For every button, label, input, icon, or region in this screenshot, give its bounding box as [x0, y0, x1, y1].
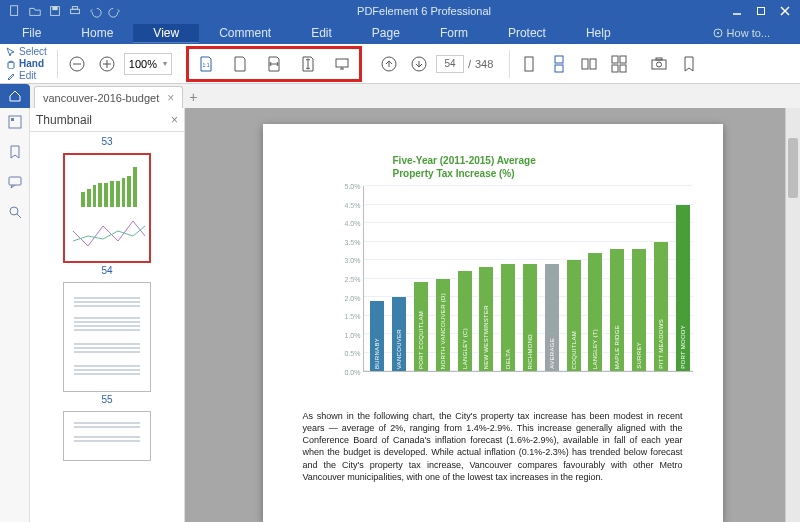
document-viewport[interactable]: Five-Year (2011-2015) Average Property T…	[185, 108, 800, 522]
fit-window-button[interactable]	[227, 51, 253, 77]
scrollbar-thumb[interactable]	[788, 138, 798, 198]
open-file-icon[interactable]	[28, 4, 42, 18]
actual-size-button[interactable]: 1:1	[193, 51, 219, 77]
prev-page-button[interactable]	[376, 51, 402, 77]
svg-point-34	[657, 62, 662, 67]
comment-panel-icon[interactable]	[7, 174, 23, 190]
svg-point-10	[717, 32, 719, 34]
svg-rect-36	[9, 116, 21, 128]
menu-form[interactable]: Form	[420, 24, 488, 42]
next-page-button[interactable]	[406, 51, 432, 77]
body-paragraph: As shown in the following chart, the Cit…	[303, 410, 683, 483]
app-title: PDFelement 6 Professional	[122, 5, 726, 17]
bookmark-panel-icon[interactable]	[7, 144, 23, 160]
zoom-level-select[interactable]: 100%▾	[124, 53, 172, 75]
edit-tool[interactable]: Edit	[6, 70, 47, 81]
hand-tool[interactable]: Hand	[6, 58, 47, 69]
svg-point-39	[10, 207, 18, 215]
menu-bar: File Home View Comment Edit Page Form Pr…	[0, 22, 800, 44]
svg-rect-2	[52, 7, 57, 11]
close-button[interactable]	[774, 2, 796, 20]
thumbnail-item[interactable]: 54	[62, 153, 152, 276]
two-page-button[interactable]	[576, 51, 602, 77]
how-to-link[interactable]: How to...	[713, 27, 770, 39]
svg-rect-30	[620, 56, 626, 63]
maximize-button[interactable]	[750, 2, 772, 20]
menu-help[interactable]: Help	[566, 24, 631, 42]
thumbnail-panel-close[interactable]: ×	[171, 113, 178, 127]
snapshot-button[interactable]	[646, 51, 672, 77]
thumbnail-panel-icon[interactable]	[7, 114, 23, 130]
save-icon[interactable]	[48, 4, 62, 18]
document-tabs: vancouver-2016-budget × +	[0, 84, 800, 108]
add-tab-button[interactable]: +	[183, 86, 203, 108]
pointer-tools: Select Hand Edit	[6, 46, 47, 81]
thumbnail-panel: Thumbnail × 53 54 55	[30, 108, 185, 522]
two-page-continuous-button[interactable]	[606, 51, 632, 77]
search-panel-icon[interactable]	[7, 204, 23, 220]
document-page: Five-Year (2011-2015) Average Property T…	[263, 124, 723, 522]
svg-rect-4	[72, 7, 77, 10]
total-pages: 348	[475, 58, 493, 70]
tab-close-button[interactable]: ×	[167, 91, 174, 105]
workspace: Thumbnail × 53 54 55	[0, 108, 800, 522]
zoom-out-button[interactable]	[64, 51, 90, 77]
minimize-button[interactable]	[726, 2, 748, 20]
document-tab[interactable]: vancouver-2016-budget ×	[34, 86, 183, 108]
svg-rect-3	[71, 9, 80, 13]
thumbnail-item[interactable]	[62, 411, 152, 461]
svg-rect-24	[525, 57, 533, 71]
select-tool[interactable]: Select	[6, 46, 47, 57]
thumbnail-panel-title: Thumbnail	[36, 113, 92, 127]
svg-rect-32	[620, 65, 626, 72]
menu-view[interactable]: View	[133, 24, 199, 42]
chart: 0.0%0.5%1.0%1.5%2.0%2.5%3.0%3.5%4.0%4.5%…	[333, 186, 693, 396]
menu-protect[interactable]: Protect	[488, 24, 566, 42]
print-icon[interactable]	[68, 4, 82, 18]
read-mode-button[interactable]	[329, 51, 355, 77]
svg-rect-38	[9, 177, 21, 185]
fit-height-button[interactable]	[295, 51, 321, 77]
window-buttons	[726, 2, 796, 20]
svg-rect-26	[555, 65, 563, 72]
vertical-scrollbar[interactable]	[785, 108, 800, 522]
svg-rect-0	[11, 6, 18, 16]
single-page-button[interactable]	[516, 51, 542, 77]
menu-edit[interactable]: Edit	[291, 24, 352, 42]
tab-label: vancouver-2016-budget	[43, 92, 159, 104]
svg-rect-37	[11, 118, 14, 121]
redo-icon[interactable]	[108, 4, 122, 18]
page-number-input[interactable]: 54	[436, 55, 464, 73]
new-file-icon[interactable]	[8, 4, 22, 18]
continuous-button[interactable]	[546, 51, 572, 77]
svg-rect-6	[758, 8, 765, 15]
view-toolbar: Select Hand Edit 100%▾ 1:1 54 / 348	[0, 44, 800, 84]
svg-rect-25	[555, 56, 563, 63]
menu-comment[interactable]: Comment	[199, 24, 291, 42]
page-indicator: 54 / 348	[436, 55, 493, 73]
svg-line-40	[17, 214, 21, 218]
svg-rect-19	[336, 59, 348, 67]
quick-access-toolbar	[8, 4, 122, 18]
undo-icon[interactable]	[88, 4, 102, 18]
menu-home[interactable]: Home	[61, 24, 133, 42]
fit-width-button[interactable]	[261, 51, 287, 77]
svg-text:1:1: 1:1	[202, 62, 209, 68]
thumbnail-item[interactable]: 53	[62, 134, 152, 147]
chart-title: Five-Year (2011-2015) Average Property T…	[393, 154, 683, 180]
svg-rect-31	[612, 65, 618, 72]
bookmark-button[interactable]	[676, 51, 702, 77]
svg-rect-33	[652, 60, 666, 69]
svg-rect-28	[590, 59, 596, 69]
menu-file[interactable]: File	[2, 24, 61, 42]
svg-rect-29	[612, 56, 618, 63]
svg-rect-27	[582, 59, 588, 69]
side-navigation	[0, 108, 30, 522]
thumbnail-item[interactable]: 55	[62, 282, 152, 405]
page-layout-group: 1:1	[186, 46, 362, 82]
home-tab-icon[interactable]	[0, 84, 30, 108]
menu-page[interactable]: Page	[352, 24, 420, 42]
zoom-in-button[interactable]	[94, 51, 120, 77]
svg-rect-35	[656, 58, 662, 60]
thumbnail-list[interactable]: 53 54 55	[30, 132, 184, 522]
